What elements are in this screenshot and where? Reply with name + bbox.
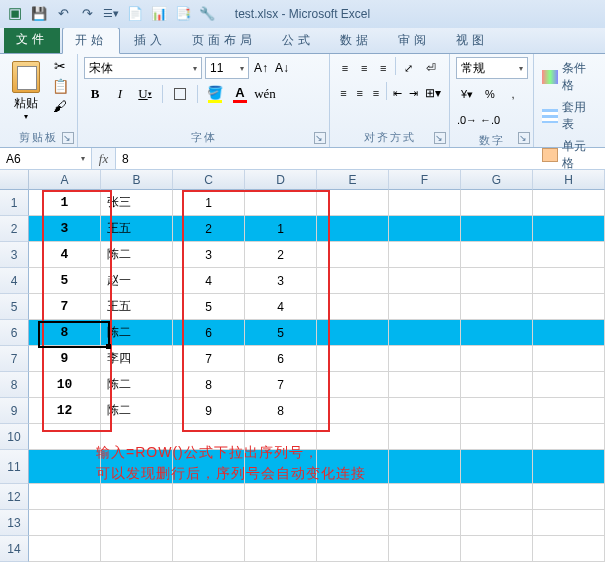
cell[interactable]	[317, 216, 389, 242]
row-header[interactable]: 3	[0, 242, 29, 268]
row-header[interactable]: 6	[0, 320, 29, 346]
cell[interactable]	[533, 216, 605, 242]
wrap-text-icon[interactable]: ⏎	[418, 57, 443, 79]
cell[interactable]	[101, 510, 173, 536]
orientation-icon[interactable]: ⤢	[399, 57, 417, 79]
align-center-icon[interactable]: ≡	[352, 82, 367, 104]
cell[interactable]: 6	[173, 320, 245, 346]
border-button[interactable]	[169, 83, 191, 105]
cell[interactable]	[533, 190, 605, 216]
dialog-launcher-icon[interactable]: ↘	[314, 132, 326, 144]
tab-insert[interactable]: 插入	[122, 28, 178, 53]
cell[interactable]	[317, 484, 389, 510]
row-header[interactable]: 5	[0, 294, 29, 320]
cell[interactable]	[461, 536, 533, 562]
qat-item-icon[interactable]: 🔧	[196, 2, 218, 24]
cell[interactable]	[173, 536, 245, 562]
cell[interactable]	[461, 242, 533, 268]
qat-item-icon[interactable]: 📊	[148, 2, 170, 24]
cell[interactable]	[317, 398, 389, 424]
cell[interactable]	[389, 294, 461, 320]
comma-icon[interactable]: ,	[502, 83, 524, 105]
cell[interactable]: 7	[29, 294, 101, 320]
qat-item-icon[interactable]: 📄	[124, 2, 146, 24]
decrease-indent-icon[interactable]: ⇤	[390, 82, 405, 104]
tab-data[interactable]: 数据	[328, 28, 384, 53]
cell[interactable]: 5	[245, 320, 317, 346]
conditional-format-button[interactable]: 条件格	[540, 59, 599, 95]
cell[interactable]: 陈二	[101, 242, 173, 268]
cell[interactable]: 2	[173, 216, 245, 242]
cell[interactable]	[101, 484, 173, 510]
number-format-combo[interactable]: 常规▾	[456, 57, 528, 79]
cell[interactable]: 7	[245, 372, 317, 398]
cell[interactable]	[461, 346, 533, 372]
cell[interactable]	[461, 190, 533, 216]
tab-view[interactable]: 视图	[444, 28, 500, 53]
cell[interactable]	[461, 424, 533, 450]
cell[interactable]	[533, 398, 605, 424]
cell[interactable]	[245, 450, 317, 484]
cell[interactable]	[533, 450, 605, 484]
cell[interactable]	[461, 372, 533, 398]
cell[interactable]	[533, 484, 605, 510]
cell[interactable]	[317, 268, 389, 294]
row-header[interactable]: 1	[0, 190, 29, 216]
cell[interactable]: 3	[29, 216, 101, 242]
decrease-decimal-icon[interactable]: ←.0	[479, 109, 501, 131]
col-header[interactable]: F	[389, 170, 461, 190]
cell[interactable]	[533, 510, 605, 536]
cell[interactable]: 8	[173, 372, 245, 398]
cell[interactable]	[533, 372, 605, 398]
font-size-combo[interactable]: 11▾	[205, 57, 249, 79]
cell[interactable]: 1	[29, 190, 101, 216]
format-table-button[interactable]: 套用表	[540, 98, 599, 134]
paste-button[interactable]: 粘贴 ▾	[6, 57, 46, 125]
italic-button[interactable]: I	[109, 83, 131, 105]
tab-formula[interactable]: 公式	[270, 28, 326, 53]
cell[interactable]	[29, 450, 101, 484]
col-header[interactable]: C	[173, 170, 245, 190]
cell[interactable]	[533, 320, 605, 346]
cell[interactable]	[389, 450, 461, 484]
cell[interactable]: 5	[173, 294, 245, 320]
font-color-button[interactable]: A	[229, 83, 251, 105]
cell[interactable]	[389, 190, 461, 216]
cut-icon[interactable]: ✂	[50, 57, 70, 75]
row-header[interactable]: 13	[0, 510, 29, 536]
cell[interactable]	[245, 484, 317, 510]
cell[interactable]	[461, 450, 533, 484]
col-header[interactable]: B	[101, 170, 173, 190]
cell[interactable]	[461, 510, 533, 536]
row-header[interactable]: 11	[0, 450, 29, 484]
format-painter-icon[interactable]: 🖌	[50, 97, 70, 115]
underline-button[interactable]: U▾	[134, 83, 156, 105]
cell[interactable]: 陈二	[101, 320, 173, 346]
cell[interactable]	[389, 510, 461, 536]
qat-more-icon[interactable]: ☰▾	[100, 2, 122, 24]
cell[interactable]	[317, 320, 389, 346]
increase-indent-icon[interactable]: ⇥	[406, 82, 421, 104]
phonetic-button[interactable]: wén	[254, 83, 276, 105]
dialog-launcher-icon[interactable]: ↘	[434, 132, 446, 144]
select-all-corner[interactable]	[0, 170, 29, 190]
col-header[interactable]: A	[29, 170, 101, 190]
cell[interactable]	[245, 536, 317, 562]
cell[interactable]: 王五	[101, 216, 173, 242]
formula-input[interactable]: 8	[116, 148, 605, 169]
row-header[interactable]: 8	[0, 372, 29, 398]
cell[interactable]	[389, 242, 461, 268]
row-header[interactable]: 4	[0, 268, 29, 294]
shrink-font-icon[interactable]: A↓	[273, 58, 291, 78]
cell[interactable]	[173, 424, 245, 450]
row-header[interactable]: 9	[0, 398, 29, 424]
merge-center-icon[interactable]: ⊞▾	[422, 82, 443, 104]
cell[interactable]	[101, 536, 173, 562]
cell[interactable]	[317, 450, 389, 484]
font-name-combo[interactable]: 宋体▾	[84, 57, 202, 79]
align-middle-icon[interactable]: ≡	[355, 57, 373, 79]
currency-icon[interactable]: ¥▾	[456, 83, 478, 105]
row-header[interactable]: 14	[0, 536, 29, 562]
cell[interactable]	[317, 190, 389, 216]
cell[interactable]: 8	[29, 320, 101, 346]
